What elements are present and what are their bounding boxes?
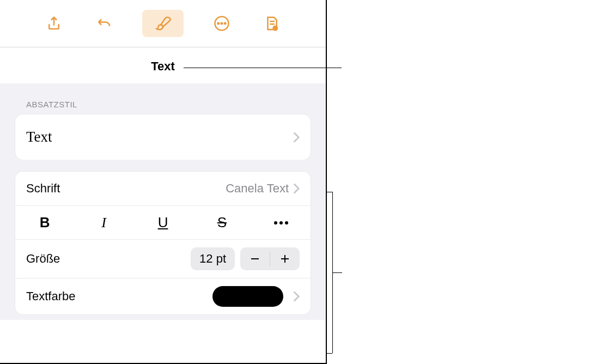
share-button[interactable] xyxy=(42,11,66,35)
format-brush-button[interactable] xyxy=(142,10,184,37)
text-style-buttons: B I U S xyxy=(15,205,311,239)
underline-button[interactable]: U xyxy=(133,206,192,239)
svg-point-2 xyxy=(221,23,223,25)
size-increase-button[interactable] xyxy=(270,247,300,270)
ellipsis-icon xyxy=(273,221,289,225)
paragraph-style-card: Text xyxy=(15,114,311,160)
size-value-button[interactable]: 12 pt xyxy=(191,247,235,270)
chevron-right-icon xyxy=(293,183,300,194)
svg-point-8 xyxy=(285,221,288,225)
size-label: Größe xyxy=(26,252,60,266)
size-decrease-button[interactable] xyxy=(240,247,270,270)
svg-point-6 xyxy=(274,221,277,225)
plus-icon xyxy=(280,254,290,264)
top-toolbar xyxy=(0,0,326,47)
callout-line xyxy=(332,272,342,273)
size-row: Größe 12 pt xyxy=(15,239,311,278)
panel-title: Text xyxy=(0,47,326,83)
callout-line xyxy=(184,68,342,68)
size-stepper xyxy=(240,247,300,270)
document-view-button[interactable] xyxy=(260,11,284,35)
chevron-right-icon xyxy=(293,291,300,302)
svg-point-3 xyxy=(224,23,226,25)
font-row[interactable]: Schrift Canela Text xyxy=(15,172,311,205)
undo-button[interactable] xyxy=(92,11,116,35)
more-styles-button[interactable] xyxy=(252,206,311,239)
text-color-row[interactable]: Textfarbe xyxy=(15,278,311,314)
italic-button[interactable]: I xyxy=(74,206,133,239)
font-label: Schrift xyxy=(26,181,60,196)
paragraph-style-row[interactable]: Text xyxy=(15,114,311,160)
undo-icon xyxy=(96,15,112,32)
strikethrough-button[interactable]: S xyxy=(192,206,251,239)
format-panel: Text ABSATZSTIL Text Schrift Canela Text xyxy=(0,0,327,364)
more-circle-icon xyxy=(214,15,230,32)
text-color-label: Textfarbe xyxy=(26,289,76,304)
panel-body: Text ABSATZSTIL Text Schrift Canela Text xyxy=(0,47,326,320)
svg-rect-9 xyxy=(251,258,259,259)
callout-line xyxy=(327,192,332,192)
bold-button[interactable]: B xyxy=(15,206,74,239)
svg-point-1 xyxy=(218,23,220,25)
chevron-right-icon xyxy=(293,132,300,143)
brush-icon xyxy=(155,15,171,32)
svg-point-5 xyxy=(274,27,276,29)
paragraph-style-value: Text xyxy=(26,129,52,145)
text-color-swatch[interactable] xyxy=(212,286,283,307)
svg-rect-11 xyxy=(284,255,285,263)
document-eye-icon xyxy=(264,15,280,32)
minus-icon xyxy=(250,254,260,264)
font-settings-card: Schrift Canela Text B I U S xyxy=(15,172,311,314)
svg-point-7 xyxy=(279,221,283,225)
font-value: Canela Text xyxy=(226,181,289,196)
more-options-button[interactable] xyxy=(210,11,234,35)
share-icon xyxy=(46,15,62,32)
paragraph-style-section-label: ABSATZSTIL xyxy=(15,83,311,114)
callout-line xyxy=(327,353,332,354)
